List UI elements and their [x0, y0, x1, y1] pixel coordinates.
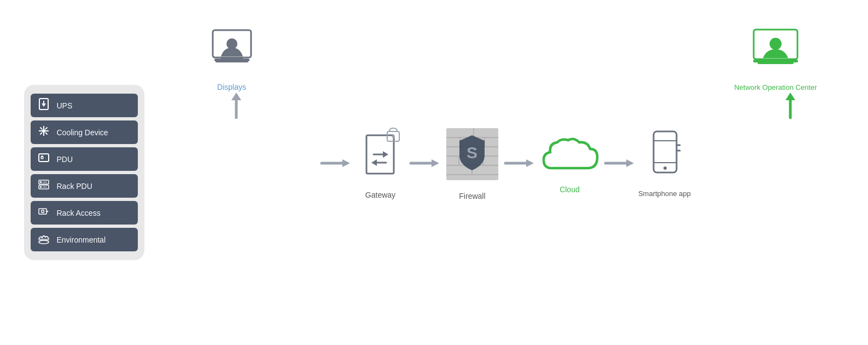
svg-rect-37 [753, 60, 766, 62]
svg-point-3 [42, 129, 45, 133]
rack-pdu-item[interactable]: Rack PDU [31, 174, 138, 198]
cooling-item[interactable]: Cooling Device [31, 120, 138, 144]
svg-rect-38 [785, 60, 798, 62]
pdu-icon [36, 152, 51, 166]
svg-rect-32 [237, 59, 249, 61]
svg-point-13 [41, 157, 43, 159]
svg-line-9 [45, 133, 47, 135]
svg-point-76 [663, 166, 667, 170]
firewall-icon: S [444, 125, 501, 188]
ups-item[interactable]: UPS [31, 94, 138, 117]
smartphone-icon [647, 129, 683, 186]
ups-icon [36, 98, 51, 113]
gateway-label: Gateway [365, 191, 395, 199]
cloud-node: Cloud [538, 133, 601, 194]
svg-line-11 [40, 133, 42, 135]
svg-rect-12 [39, 154, 49, 162]
rack-pdu-label: Rack PDU [57, 182, 92, 191]
cooling-label: Cooling Device [57, 128, 108, 137]
displays-node: Displays [205, 25, 259, 91]
rack-pdu-icon [36, 179, 51, 193]
firewall-label: Firewall [459, 192, 485, 200]
svg-rect-73 [654, 131, 677, 173]
environmental-label: Environmental [57, 235, 106, 244]
svg-point-26 [39, 240, 49, 244]
svg-marker-23 [46, 210, 49, 212]
svg-marker-44 [342, 159, 350, 167]
arrow-cloud-phone [603, 155, 636, 171]
arrow-from-devices [319, 155, 352, 171]
environmental-item[interactable]: Environmental [31, 228, 138, 251]
rack-access-item[interactable]: Rack Access [31, 201, 138, 225]
svg-rect-31 [214, 59, 226, 61]
cloud-label: Cloud [560, 185, 580, 194]
svg-line-8 [40, 128, 42, 130]
svg-rect-19 [40, 186, 42, 188]
noc-icon [745, 25, 806, 80]
noc-node: Network Operation Center [734, 25, 817, 91]
svg-marker-70 [526, 159, 534, 167]
gateway-icon [354, 127, 406, 187]
ups-label: UPS [57, 101, 73, 110]
svg-marker-72 [626, 159, 634, 167]
arrow-up-displays [229, 91, 244, 121]
environmental-icon [36, 232, 51, 247]
pdu-item[interactable]: PDU [31, 147, 138, 171]
gateway-node: Gateway [354, 127, 406, 199]
svg-rect-18 [40, 181, 42, 183]
smartphone-node: Smartphone app [638, 129, 691, 198]
cloud-icon [538, 133, 601, 182]
arrow-gateway-firewall [409, 155, 441, 171]
svg-marker-54 [432, 159, 439, 167]
svg-marker-2 [42, 104, 46, 107]
displays-label: Displays [217, 83, 246, 91]
cooling-icon [36, 125, 51, 140]
arrow-up-noc [783, 91, 798, 121]
svg-point-36 [770, 38, 782, 50]
svg-marker-42 [785, 93, 795, 100]
smartphone-label: Smartphone app [638, 189, 691, 198]
firewall-node: S Firewall [444, 125, 501, 200]
svg-point-51 [392, 135, 394, 137]
svg-point-24 [41, 210, 44, 213]
svg-marker-40 [231, 93, 241, 100]
svg-rect-22 [39, 209, 46, 214]
pdu-label: PDU [57, 155, 73, 164]
display-icon [205, 25, 259, 79]
svg-line-10 [45, 128, 47, 130]
device-panel: UPS Cooling Device [24, 85, 144, 260]
rack-access-icon [36, 205, 51, 220]
noc-label: Network Operation Center [734, 83, 817, 91]
svg-text:S: S [467, 143, 477, 162]
arrow-firewall-cloud [503, 155, 536, 171]
rack-access-label: Rack Access [57, 209, 101, 217]
svg-marker-49 [371, 159, 377, 166]
svg-marker-47 [383, 151, 388, 158]
